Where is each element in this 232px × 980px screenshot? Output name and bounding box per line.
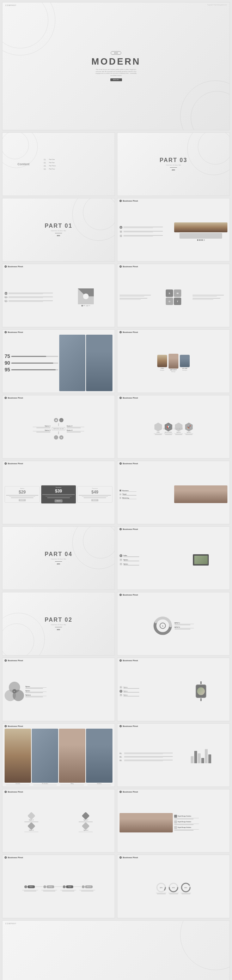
bp-title-6: Business Pinot bbox=[8, 266, 23, 267]
bp-dot-19 bbox=[120, 659, 122, 662]
price-premium: Premium $49 SELECT bbox=[77, 486, 112, 503]
watch-opt-3: 03 Option bbox=[120, 694, 173, 697]
bp-title-13: Business Pinot bbox=[123, 463, 138, 465]
part03-sub: Click Here To Enter Title bbox=[166, 164, 181, 166]
bp-dot-11 bbox=[120, 397, 122, 399]
bp-title-8: Business Pinot bbox=[8, 331, 23, 333]
opt-row-3: Option bbox=[5, 300, 58, 302]
num-row-1: 01 bbox=[120, 226, 173, 229]
venn-item-1: INPUT 1 bbox=[175, 622, 194, 625]
slide-bp-pills: Business Pinot Motion Mockup Target bbox=[2, 855, 115, 918]
bp-title-20: Business Pinot bbox=[8, 725, 23, 727]
person-william: WILLIAM Developer bbox=[180, 355, 190, 371]
part02-title: PART 02 bbox=[45, 617, 73, 623]
content-item-4: 04. Part Four bbox=[44, 168, 112, 170]
seller-row-2: 02 Option bbox=[120, 558, 173, 561]
bp-dot-8 bbox=[5, 331, 7, 333]
part02-sub: Click Here To Enter Title bbox=[51, 624, 66, 625]
bar-row-3: 03. bbox=[120, 759, 173, 762]
seller-row-1: 01 Seller bbox=[120, 554, 173, 557]
part04-sub: Click Here To Enter Title bbox=[51, 558, 66, 560]
step-circle-2: 50% bbox=[168, 883, 179, 894]
slide-hero: COMPANY Copyright © http://www.pptstore.… bbox=[2, 2, 230, 130]
swot-o: O bbox=[166, 298, 173, 305]
photo-person bbox=[174, 485, 227, 503]
bp-dot-9 bbox=[120, 331, 122, 333]
slide-bp-stats: Business Pinot 75 90 95 bbox=[2, 329, 115, 393]
slide-grid: COMPANY Copyright © http://www.pptstore.… bbox=[0, 0, 232, 980]
bp-title-7: Business Pinot bbox=[123, 266, 138, 267]
part04-btn[interactable]: MORE bbox=[55, 563, 62, 565]
content-item-2: 02. Part Two bbox=[44, 162, 112, 164]
circle-logo-chart: b bbox=[153, 616, 172, 635]
person-john: JOHN Designer bbox=[157, 355, 167, 371]
content-item-1: 01. Part One bbox=[44, 159, 112, 161]
year-badge: 2022 bbox=[111, 51, 121, 55]
opt4-box-3: Option 3 bbox=[5, 823, 58, 832]
slide-bp-pie: Business Pinot Option Option bbox=[2, 264, 115, 327]
bp-dot-7 bbox=[120, 266, 122, 267]
part03-title: PART 03 bbox=[160, 157, 188, 164]
bp-title-19: Business Pinot bbox=[123, 659, 138, 662]
list-marketing: Marketing bbox=[120, 497, 173, 500]
part01-btn[interactable]: MORE bbox=[55, 235, 62, 237]
bp-dot-22 bbox=[5, 791, 7, 793]
slide-bp-venn: Business Pinot b INPUT 1 INPUT bbox=[117, 592, 230, 655]
slide-part02: PART 02 Click Here To Enter Title MORE bbox=[2, 592, 115, 655]
bp-title-24: Business Pinot bbox=[8, 856, 23, 859]
watch-mockup bbox=[196, 681, 206, 701]
slide-part01: PART 01 Click Here To Enter Title MORE bbox=[2, 198, 115, 262]
venn3-chart: b bbox=[5, 682, 24, 701]
slide-bp-photo-list: Business Pinot Digital Design Solution D… bbox=[117, 789, 230, 853]
bp-dot-6 bbox=[5, 266, 7, 267]
svg-text:b: b bbox=[162, 625, 164, 627]
bp-title-9: Business Pinot bbox=[123, 331, 138, 333]
stat-90: 90 bbox=[5, 360, 10, 366]
person-margaret: MARGARET Manager bbox=[169, 354, 178, 372]
slide-part03: PART 03 Click Here To Enter Title MORE bbox=[117, 132, 230, 196]
bp-dot-15 bbox=[120, 528, 122, 530]
venn2-opt-3: Options bbox=[25, 694, 112, 697]
price-business: Business $39 SELECT bbox=[41, 485, 76, 504]
svg-point-2 bbox=[83, 293, 89, 299]
watch-opt-1: 01 Option bbox=[120, 686, 173, 689]
swot-w: W bbox=[174, 290, 181, 297]
right-item-1: Digital Design Solution bbox=[174, 815, 227, 819]
swot-s: S bbox=[166, 290, 173, 297]
slide-bp-watch: Business Pinot 01 Option 02 Option bbox=[117, 658, 230, 721]
part03-btn[interactable]: MORE bbox=[170, 169, 177, 171]
bp-title-5: Business Pinot bbox=[123, 200, 138, 202]
bar-row-1: 01. bbox=[120, 752, 173, 754]
bp-dot-25 bbox=[120, 856, 122, 859]
stat-95: 95 bbox=[5, 367, 10, 372]
step-circle-1: 10% bbox=[156, 883, 166, 894]
step-circle-3: 90% bbox=[180, 883, 191, 894]
seller-row-3: 03 Option bbox=[120, 563, 173, 566]
content-item-3: 03. Part Three bbox=[44, 165, 112, 167]
slide-thanks: COMPANY THANKS Copyright © http://www.pp… bbox=[2, 920, 230, 980]
slide-bp-swot: Business Pinot S W O T bbox=[117, 264, 230, 327]
bp-dot-21 bbox=[120, 725, 122, 727]
opt4-box-1: Option 1 bbox=[5, 813, 58, 822]
slide-bp-seller: Business Pinot 01 Seller 02 Option bbox=[117, 527, 230, 590]
bp-title-12: Business Pinot bbox=[8, 463, 23, 465]
right-item-2: Digital Design Solution bbox=[174, 821, 227, 825]
slide-content-list: Content 01. Part One 02. Part Two 03. Pa… bbox=[2, 132, 115, 196]
content-label: Content bbox=[17, 162, 30, 166]
slide-bp-people: Business Pinot JOHN Designer MARGARET Ma… bbox=[117, 329, 230, 393]
bp-title-25: Business Pinot bbox=[123, 856, 138, 859]
opt4-box-4: Option 4 bbox=[59, 823, 113, 832]
opt-row-1: Option bbox=[5, 292, 58, 295]
bp-title-17: Business Pinot bbox=[123, 594, 138, 596]
hero-btn[interactable]: MORE INFO bbox=[110, 78, 122, 81]
bar-row-2: 02. bbox=[120, 756, 173, 758]
bp-dot-13 bbox=[120, 463, 122, 465]
hero-title: MODERN bbox=[91, 56, 140, 67]
bp-dot bbox=[120, 200, 122, 202]
slide-bp-bars: Business Pinot 01. 02. bbox=[117, 723, 230, 787]
price-starter: Starter $29 SELECT bbox=[5, 486, 40, 503]
bp-dot-24 bbox=[5, 856, 7, 859]
swot-t: T bbox=[174, 298, 181, 305]
photo-left bbox=[120, 813, 173, 832]
part02-btn[interactable]: MORE bbox=[55, 629, 62, 631]
